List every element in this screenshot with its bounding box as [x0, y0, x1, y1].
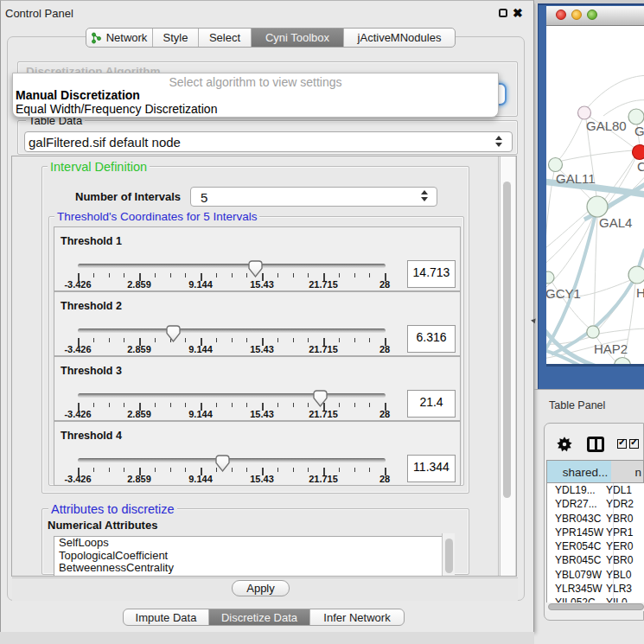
- svg-text:GA: GA: [634, 124, 644, 138]
- svg-text:GCY1: GCY1: [546, 286, 581, 301]
- svg-text:HAP2: HAP2: [594, 341, 628, 356]
- svg-text:GAL4: GAL4: [599, 215, 632, 230]
- svg-text:H: H: [636, 285, 644, 300]
- svg-text:GAL11: GAL11: [556, 171, 596, 186]
- svg-text:GAL80: GAL80: [586, 118, 627, 133]
- svg-text:C: C: [637, 159, 644, 174]
